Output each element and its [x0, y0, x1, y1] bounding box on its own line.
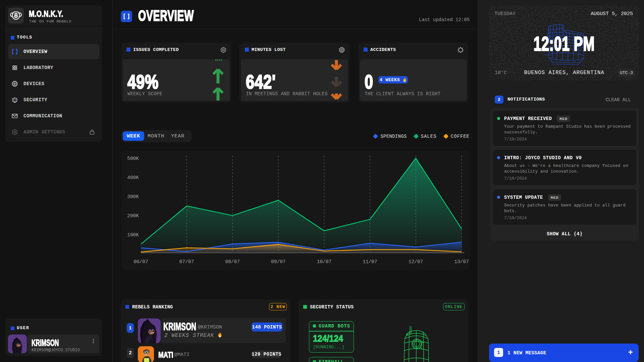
svg-text:09/07: 09/07 — [271, 259, 286, 264]
svg-text:300K: 300K — [127, 194, 139, 199]
svg-text:11/07: 11/07 — [363, 259, 377, 264]
svg-text:100K: 100K — [127, 232, 139, 238]
svg-text:10/07: 10/07 — [317, 259, 332, 264]
svg-text:500K: 500K — [127, 156, 139, 161]
svg-text:13/07: 13/07 — [454, 259, 469, 264]
svg-text:06/07: 06/07 — [133, 259, 148, 264]
svg-text:400K: 400K — [127, 175, 139, 180]
svg-text:200K: 200K — [127, 213, 139, 219]
svg-text:08/07: 08/07 — [225, 259, 240, 264]
svg-text:12/07: 12/07 — [409, 259, 423, 264]
svg-text:07/07: 07/07 — [179, 259, 194, 264]
